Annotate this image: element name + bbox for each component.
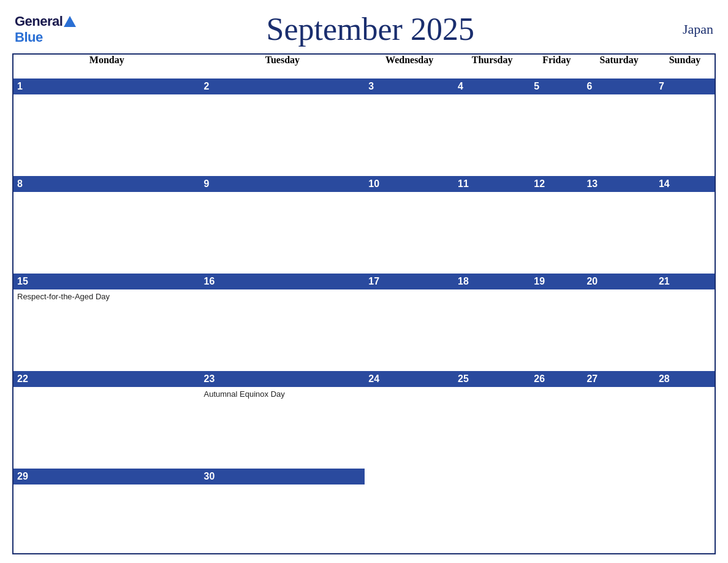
day-number: 11 — [454, 176, 530, 192]
day-content — [454, 387, 530, 442]
calendar-title: September 2025 — [76, 11, 664, 47]
day-content — [530, 387, 583, 442]
day-number: 1 — [13, 79, 200, 94]
day-number: 20 — [583, 274, 655, 289]
cell-week4-day4: 25 — [454, 358, 530, 456]
cell-week3-day1: 15 Respect-for-the-Aged Day — [13, 261, 200, 358]
cell-week5-day1: 29 — [13, 456, 200, 554]
day-number: 23 — [200, 371, 365, 387]
day-number: 17 — [365, 274, 454, 289]
calendar-container: Monday Tuesday Wednesday Thursday Friday… — [12, 53, 716, 554]
week-row-2: 8 9 10 11 12 — [13, 163, 715, 261]
cell-week3-day2: 16 — [200, 261, 365, 358]
day-content — [530, 192, 583, 247]
day-content — [13, 387, 200, 442]
cell-week1-day2: 2 — [200, 66, 365, 163]
cell-week3-day5: 19 — [530, 261, 583, 358]
holiday-label: Respect-for-the-Aged Day — [17, 292, 110, 301]
logo-general-text: General — [15, 13, 63, 29]
day-number: 5 — [530, 79, 583, 94]
col-saturday: Saturday — [583, 54, 655, 66]
calendar-body: 1 2 3 4 5 — [13, 66, 715, 554]
cell-week4-day3: 24 — [365, 358, 454, 456]
day-content — [583, 289, 655, 345]
day-content — [200, 192, 365, 247]
cell-week1-day4: 4 — [454, 66, 530, 163]
day-content — [454, 94, 530, 150]
header: General Blue September 2025 Japan — [12, 11, 716, 47]
day-content — [13, 484, 200, 540]
cell-week2-day1: 8 — [13, 163, 200, 261]
cell-week2-day7: 14 — [655, 163, 715, 261]
day-content — [200, 289, 365, 345]
day-content — [200, 94, 365, 150]
cell-week3-day7: 21 — [655, 261, 715, 358]
day-number: 25 — [454, 371, 530, 387]
day-number: 3 — [365, 79, 454, 94]
cell-week2-day2: 9 — [200, 163, 365, 261]
cell-week1-day6: 6 — [583, 66, 655, 163]
day-content — [583, 192, 655, 247]
day-number: 21 — [655, 274, 715, 289]
col-monday: Monday — [13, 54, 200, 66]
cell-week4-day5: 26 — [530, 358, 583, 456]
cell-week1-day5: 5 — [530, 66, 583, 163]
day-content — [655, 94, 715, 150]
cell-week5-day5: 0 — [530, 456, 583, 554]
cell-week2-day6: 13 — [583, 163, 655, 261]
day-number: 12 — [530, 176, 583, 192]
day-number: 10 — [365, 176, 454, 192]
week-row-1: 1 2 3 4 5 — [13, 66, 715, 163]
day-content — [655, 289, 715, 345]
logo: General Blue — [15, 13, 76, 45]
day-content — [655, 387, 715, 442]
day-content — [583, 94, 655, 150]
day-number: 18 — [454, 274, 530, 289]
cell-week3-day6: 20 — [583, 261, 655, 358]
day-content: Respect-for-the-Aged Day — [13, 289, 200, 345]
cell-week2-day5: 12 — [530, 163, 583, 261]
cell-week4-day2: 23 Autumnal Equinox Day — [200, 358, 365, 456]
day-number: 16 — [200, 274, 365, 289]
day-number: 2 — [200, 79, 365, 94]
day-number: 4 — [454, 79, 530, 94]
day-content: Autumnal Equinox Day — [200, 387, 365, 442]
week-row-5: 29 30 00000 — [13, 456, 715, 554]
cell-week3-day3: 17 — [365, 261, 454, 358]
country-label: Japan — [664, 21, 713, 37]
day-content — [13, 94, 200, 150]
day-content — [365, 289, 454, 345]
week-row-4: 22 23 Autumnal Equinox Day 24 25 — [13, 358, 715, 456]
day-number: 30 — [200, 469, 365, 484]
day-number: 14 — [655, 176, 715, 192]
day-content — [200, 484, 365, 540]
holiday-label: Autumnal Equinox Day — [204, 389, 285, 399]
day-content — [365, 192, 454, 247]
day-content — [13, 192, 200, 247]
cell-week2-day4: 11 — [454, 163, 530, 261]
day-content — [583, 387, 655, 442]
cell-week5-day4: 0 — [454, 456, 530, 554]
cell-week5-day3: 0 — [365, 456, 454, 554]
cell-week3-day4: 18 — [454, 261, 530, 358]
col-friday: Friday — [530, 54, 583, 66]
day-number: 27 — [583, 371, 655, 387]
day-number: 13 — [583, 176, 655, 192]
cell-week2-day3: 10 — [365, 163, 454, 261]
day-number: 26 — [530, 371, 583, 387]
cell-week4-day7: 28 — [655, 358, 715, 456]
col-sunday: Sunday — [655, 54, 715, 66]
logo-blue-text: Blue — [15, 29, 43, 45]
calendar-table: Monday Tuesday Wednesday Thursday Friday… — [12, 53, 716, 554]
logo-triangle-icon — [64, 16, 76, 27]
days-of-week-row: Monday Tuesday Wednesday Thursday Friday… — [13, 54, 715, 66]
col-tuesday: Tuesday — [200, 54, 365, 66]
cell-week1-day1: 1 — [13, 66, 200, 163]
day-content — [454, 289, 530, 345]
cell-week1-day7: 7 — [655, 66, 715, 163]
col-wednesday: Wednesday — [365, 54, 454, 66]
day-content — [655, 192, 715, 247]
cell-week5-day7: 0 — [655, 456, 715, 554]
day-content — [454, 192, 530, 247]
day-number: 6 — [583, 79, 655, 94]
